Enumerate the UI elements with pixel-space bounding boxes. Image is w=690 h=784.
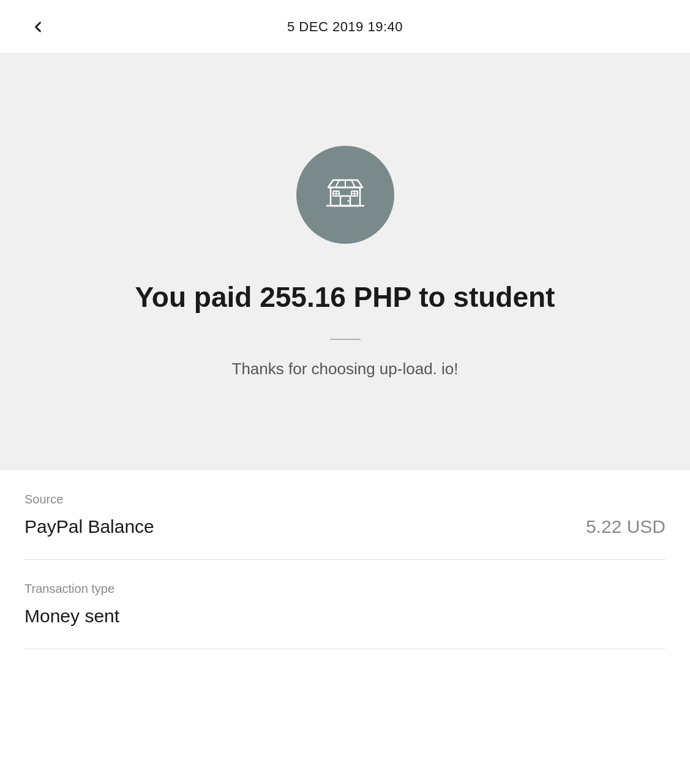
hero-section: You paid 255.16 PHP to student Thanks fo… [0, 54, 690, 470]
source-amount: 5.22 USD [586, 516, 666, 537]
source-row: Source PayPal Balance 5.22 USD [24, 470, 666, 560]
transaction-type-label: Transaction type [24, 582, 666, 596]
transaction-type-value: Money sent [24, 606, 119, 627]
divider [330, 339, 361, 340]
thank-you-text: Thanks for choosing up-load. io! [232, 360, 459, 379]
details-section: Source PayPal Balance 5.22 USD Transacti… [0, 470, 690, 649]
payment-title: You paid 255.16 PHP to student [135, 281, 555, 314]
header-date: 5 DEC 2019 19:40 [287, 19, 403, 35]
source-value: PayPal Balance [24, 516, 154, 537]
source-label: Source [24, 492, 666, 507]
transaction-type-row: Transaction type Money sent [24, 560, 666, 649]
back-button[interactable] [24, 13, 51, 40]
svg-point-5 [347, 200, 349, 202]
store-icon-circle [296, 146, 394, 244]
store-icon [321, 170, 370, 219]
svg-line-2 [351, 180, 355, 187]
svg-line-0 [336, 180, 339, 187]
header: 5 DEC 2019 19:40 [0, 0, 690, 54]
